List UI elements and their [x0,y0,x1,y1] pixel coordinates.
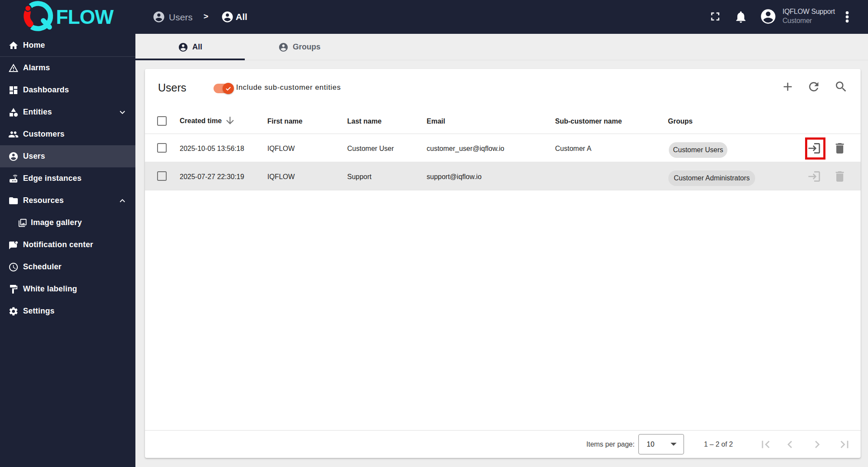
svg-text:FLOW: FLOW [56,6,114,28]
